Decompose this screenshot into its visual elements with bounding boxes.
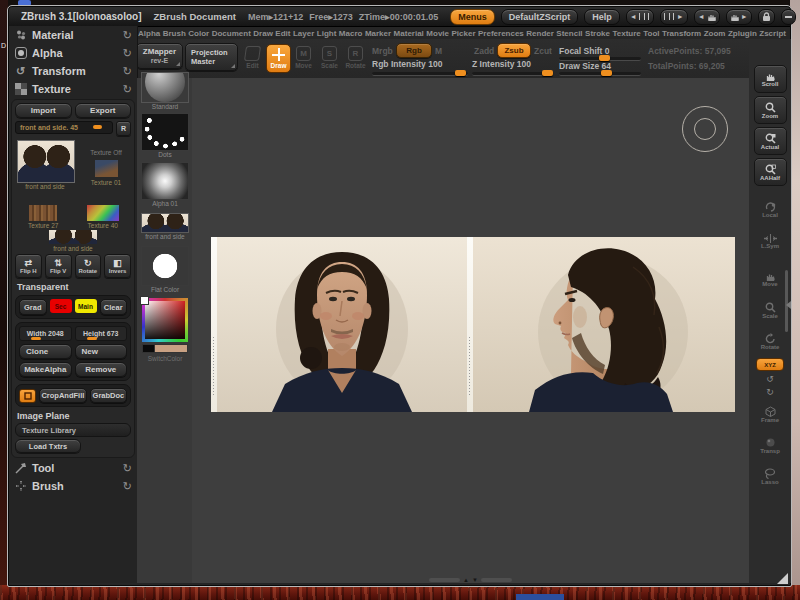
rgb-intensity-slider[interactable] <box>372 72 468 76</box>
slider-knob[interactable] <box>542 70 553 76</box>
scroll-tool-button[interactable]: Scroll <box>754 65 787 93</box>
active-color-swatch[interactable] <box>155 344 188 353</box>
sec-swatch[interactable]: Sec <box>50 299 72 313</box>
height-slider[interactable]: Height 673 <box>75 326 128 341</box>
grad-button[interactable]: Grad <box>19 299 47 315</box>
menu-zplugin[interactable]: Zplugin <box>728 29 757 38</box>
minimize-button[interactable] <box>781 9 796 25</box>
menu-macro[interactable]: Macro <box>339 29 363 38</box>
popout-icon[interactable]: ↻ <box>123 47 132 60</box>
current-stroke-thumbnail[interactable] <box>141 113 189 151</box>
scale-doc-button[interactable]: Scale <box>754 296 787 324</box>
slider-knob[interactable] <box>93 125 102 129</box>
clone-button[interactable]: Clone <box>19 344 72 359</box>
menu-light[interactable]: Light <box>317 29 337 38</box>
texture-strip-item[interactable]: front and side <box>15 230 131 252</box>
lasso-button[interactable]: Lasso <box>754 462 787 490</box>
actual-size-button[interactable]: Actual <box>754 127 787 155</box>
slider-knob[interactable] <box>455 70 466 76</box>
make-alpha-button[interactable]: MakeAlpha <box>19 362 72 377</box>
move-mode-button[interactable]: M Move <box>292 44 315 71</box>
scale-mode-button[interactable]: S Scale <box>318 44 341 71</box>
texture-off-item[interactable]: Texture Off <box>79 149 133 156</box>
scroll-up-icon[interactable]: ▲ <box>463 577 469 583</box>
texture-27-thumbnail[interactable] <box>29 205 57 221</box>
main-swatch[interactable]: Main <box>75 299 97 313</box>
current-alpha-thumbnail[interactable] <box>141 162 189 200</box>
edit-mode-button[interactable]: Edit <box>241 44 264 71</box>
zcut-toggle[interactable]: Zcut <box>534 46 552 56</box>
menu-preferences[interactable]: Preferences <box>478 29 524 38</box>
popout-icon[interactable]: ↻ <box>123 29 132 42</box>
move-doc-button[interactable]: Move <box>754 265 787 293</box>
menu-marker[interactable]: Marker <box>365 29 391 38</box>
help-button[interactable]: Help <box>584 9 620 25</box>
document-canvas[interactable] <box>137 78 749 583</box>
menu-alpha[interactable]: Alpha <box>138 29 160 38</box>
export-button[interactable]: Export <box>75 103 132 118</box>
r-button[interactable]: R <box>116 121 131 136</box>
texture-01-thumbnail[interactable] <box>95 160 118 177</box>
slider-knob[interactable] <box>601 70 612 76</box>
popout-icon[interactable]: ↻ <box>123 480 132 493</box>
menu-document[interactable]: Document <box>212 29 251 38</box>
menu-edit[interactable]: Edit <box>275 29 290 38</box>
canvas-horizontal-scrollbar[interactable]: ▲ ▼ <box>429 577 512 583</box>
frame-button[interactable]: Frame <box>754 400 787 428</box>
image-plane-label[interactable]: Image Plane <box>17 411 129 421</box>
texture-library-bar[interactable]: Texture Library <box>15 423 131 437</box>
popout-icon[interactable]: ↻ <box>123 462 132 475</box>
draw-mode-button[interactable]: Draw <box>266 44 291 73</box>
rotate-ccw-icon[interactable]: ↺ <box>766 374 774 384</box>
popout-icon[interactable]: ↻ <box>123 83 132 96</box>
grab-doc-button[interactable]: GrabDoc <box>90 388 127 403</box>
color-picker[interactable] <box>142 298 188 342</box>
tray-item-material[interactable]: Material ↻ <box>9 26 137 44</box>
aahalf-button[interactable]: AAHalf <box>754 158 787 186</box>
menus-button[interactable]: Menus <box>450 9 495 25</box>
transp-button[interactable]: Transp <box>754 431 787 459</box>
menu-transform[interactable]: Transform <box>662 29 701 38</box>
slider-knob[interactable] <box>87 337 97 340</box>
lock-button[interactable] <box>758 9 775 25</box>
tray-item-alpha[interactable]: Alpha ↻ <box>9 44 137 62</box>
cropandfill-icon[interactable] <box>19 389 36 403</box>
menu-stencil[interactable]: Stencil <box>556 29 582 38</box>
current-tool-thumbnail[interactable] <box>141 72 189 103</box>
scroll-down-icon[interactable]: ▼ <box>472 577 478 583</box>
scrollbar-segment[interactable] <box>481 578 512 582</box>
scroll-doc-right-button[interactable]: ► <box>726 9 752 25</box>
menu-texture[interactable]: Texture <box>612 29 640 38</box>
menu-picker[interactable]: Picker <box>451 29 475 38</box>
zsub-toggle[interactable]: Zsub <box>497 43 531 58</box>
rotate-doc-button[interactable]: Rotate <box>754 327 787 355</box>
default-zscript-button[interactable]: DefaultZScript <box>501 9 579 25</box>
m-toggle[interactable]: M <box>435 46 442 56</box>
menu-render[interactable]: Render <box>526 29 554 38</box>
draw-size-slider[interactable] <box>559 72 641 76</box>
rotate-cw-icon[interactable]: ↻ <box>766 387 774 397</box>
local-pivot-button[interactable]: Local <box>754 196 787 224</box>
texture-name-slider[interactable]: front and side. 45 <box>15 121 113 134</box>
invers-button[interactable]: ◧ Invers <box>104 254 131 278</box>
tray-item-transform[interactable]: ↺ Transform ↻ <box>9 62 137 80</box>
xyz-button[interactable]: XYZ <box>756 358 784 371</box>
menu-brush[interactable]: Brush <box>163 29 186 38</box>
transparent-label[interactable]: Transparent <box>17 282 129 292</box>
popout-icon[interactable]: ↻ <box>123 65 132 78</box>
redo-history-button[interactable]: ► <box>660 9 688 25</box>
texture-27-item[interactable]: Texture 27 <box>15 205 72 229</box>
menu-zoom[interactable]: Zoom <box>704 29 726 38</box>
lsym-button[interactable]: L.Sym <box>754 227 787 255</box>
switch-color-button[interactable]: SwitchColor <box>148 355 183 362</box>
zoom-tool-button[interactable]: Zoom <box>754 96 787 124</box>
texture-strip-thumbnail[interactable] <box>49 230 97 244</box>
tray-item-brush[interactable]: Brush ↻ <box>9 477 137 495</box>
zadd-toggle[interactable]: Zadd <box>474 46 494 56</box>
menu-stroke[interactable]: Stroke <box>585 29 610 38</box>
load-txtrs-button[interactable]: Load Txtrs <box>15 439 81 453</box>
current-material-thumbnail[interactable] <box>141 246 189 286</box>
flip-h-button[interactable]: ⇄ Flip H <box>15 254 42 278</box>
menu-tool[interactable]: Tool <box>643 29 659 38</box>
menu-movie[interactable]: Movie <box>426 29 449 38</box>
